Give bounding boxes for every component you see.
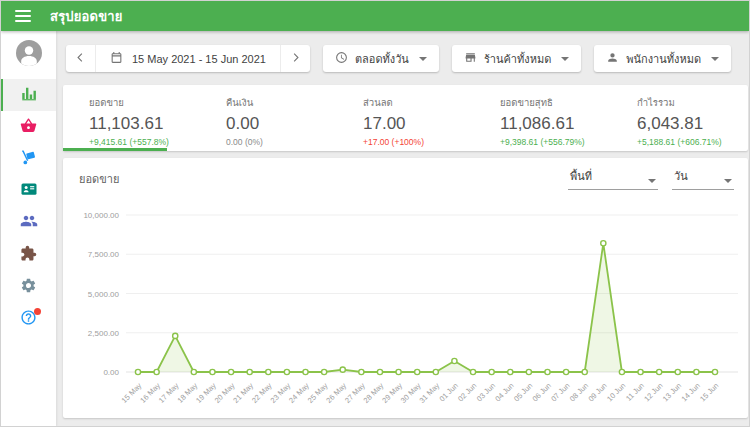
group-by-value: พื้นที่ bbox=[570, 167, 592, 185]
stat-tab-net-sales[interactable]: ยอดขายสุทธิ 11,086.61 +9,398.61 (+556.79… bbox=[474, 85, 611, 151]
sidebar-item-items[interactable] bbox=[1, 111, 56, 143]
app-window: สรุปยอดขาย bbox=[0, 0, 750, 427]
svg-text:03 Jun: 03 Jun bbox=[475, 381, 497, 403]
stat-value: 17.00 bbox=[363, 114, 474, 134]
svg-text:01 Jun: 01 Jun bbox=[438, 381, 460, 403]
stat-value: 11,103.61 bbox=[89, 114, 200, 134]
stat-delta: +17.00 (+100%) bbox=[363, 137, 474, 147]
calendar-icon bbox=[110, 51, 123, 66]
filters-toolbar: 15 May 2021 - 15 Jun 2021 ตลอดทั้งวัน bbox=[66, 45, 749, 72]
stat-label: กำไรรวม bbox=[637, 95, 748, 110]
date-range-label: 15 May 2021 - 15 Jun 2021 bbox=[132, 53, 266, 65]
stat-tab-gross-profit[interactable]: กำไรรวม 6,043.81 +5,188.61 (+606.71%) bbox=[611, 85, 748, 151]
main-content: 15 May 2021 - 15 Jun 2021 ตลอดทั้งวัน bbox=[56, 31, 749, 426]
id-card-icon bbox=[20, 180, 38, 202]
sidebar-item-reports[interactable] bbox=[1, 79, 56, 111]
svg-text:13 Jun: 13 Jun bbox=[661, 381, 683, 403]
stat-tab-refunds[interactable]: คืนเงิน 0.00 0.00 (0%) bbox=[200, 85, 337, 151]
sales-chart-svg: 0.002,500.005,000.007,500.0010,000.0015 … bbox=[63, 197, 748, 415]
stat-tab-discounts[interactable]: ส่วนลด 17.00 +17.00 (+100%) bbox=[337, 85, 474, 151]
stat-delta: +9,415.61 (+557.8%) bbox=[89, 137, 200, 147]
svg-text:09 Jun: 09 Jun bbox=[586, 381, 608, 403]
stat-tab-sales[interactable]: ยอดขาย 11,103.61 +9,415.61 (+557.8%) bbox=[63, 85, 200, 151]
svg-text:10,000.00: 10,000.00 bbox=[83, 211, 119, 220]
menu-icon[interactable] bbox=[15, 10, 31, 22]
sidebar-item-customers[interactable] bbox=[1, 207, 56, 239]
stat-delta: +9,398.61 (+556.79%) bbox=[500, 137, 611, 147]
stats-tabs: ยอดขาย 11,103.61 +9,415.61 (+557.8%) คืน… bbox=[63, 85, 748, 151]
caret-down-icon bbox=[648, 179, 656, 183]
stat-value: 11,086.61 bbox=[500, 114, 611, 134]
interval-value: วัน bbox=[674, 167, 688, 185]
sidebar-item-employees[interactable] bbox=[1, 175, 56, 207]
staff-filter-button[interactable]: พนักงานทั้งหมด bbox=[594, 45, 731, 72]
svg-text:15 Jun: 15 Jun bbox=[698, 381, 720, 403]
date-range-display[interactable]: 15 May 2021 - 15 Jun 2021 bbox=[95, 45, 281, 72]
svg-text:12 Jun: 12 Jun bbox=[642, 381, 664, 403]
chart-title: ยอดขาย bbox=[79, 167, 119, 188]
svg-text:14 Jun: 14 Jun bbox=[680, 381, 702, 403]
time-filter-label: ตลอดทั้งวัน bbox=[355, 50, 409, 68]
svg-text:31 May: 31 May bbox=[417, 381, 441, 405]
sidebar-item-inventory[interactable] bbox=[1, 143, 56, 175]
svg-text:04 Jun: 04 Jun bbox=[493, 381, 515, 403]
gear-icon bbox=[20, 277, 37, 298]
active-tab-indicator bbox=[63, 148, 167, 151]
svg-text:5,000.00: 5,000.00 bbox=[88, 290, 120, 299]
interval-select[interactable]: วัน bbox=[672, 167, 734, 190]
chevron-right-icon bbox=[289, 51, 302, 67]
next-period-button[interactable] bbox=[281, 45, 310, 72]
store-filter-label: ร้านค้าทั้งหมด bbox=[484, 50, 551, 68]
svg-text:7,500.00: 7,500.00 bbox=[88, 250, 120, 259]
sidebar-item-integrations[interactable] bbox=[1, 239, 56, 271]
stat-value: 6,043.81 bbox=[637, 114, 748, 134]
caret-down-icon bbox=[561, 57, 569, 61]
sales-chart-panel: ยอดขาย พื้นที่ วัน 0.002,500.005,000.007… bbox=[63, 158, 748, 418]
caret-down-icon bbox=[724, 179, 732, 183]
store-filter-button[interactable]: ร้านค้าทั้งหมด bbox=[452, 45, 581, 72]
notification-dot bbox=[34, 308, 41, 315]
bar-chart-icon bbox=[20, 84, 38, 106]
svg-text:05 Jun: 05 Jun bbox=[512, 381, 534, 403]
puzzle-icon bbox=[20, 245, 37, 266]
stat-label: ยอดขายสุทธิ bbox=[500, 95, 611, 110]
stat-label: ยอดขาย bbox=[89, 95, 200, 110]
sidebar-item-account[interactable] bbox=[1, 31, 56, 79]
staff-filter-label: พนักงานทั้งหมด bbox=[626, 50, 701, 68]
svg-text:07 Jun: 07 Jun bbox=[549, 381, 571, 403]
app-header: สรุปยอดขาย bbox=[1, 1, 749, 31]
clock-icon bbox=[335, 51, 348, 66]
avatar-icon bbox=[16, 40, 42, 70]
group-by-select[interactable]: พื้นที่ bbox=[568, 167, 658, 190]
stat-label: ส่วนลด bbox=[363, 95, 474, 110]
date-range-picker: 15 May 2021 - 15 Jun 2021 bbox=[66, 45, 310, 72]
chart-filters: พื้นที่ วัน bbox=[568, 167, 734, 190]
svg-text:11 Jun: 11 Jun bbox=[624, 381, 646, 403]
chart-header: ยอดขาย พื้นที่ วัน bbox=[63, 158, 748, 190]
page-title: สรุปยอดขาย bbox=[50, 6, 123, 27]
chevron-left-icon bbox=[74, 51, 87, 67]
stat-value: 0.00 bbox=[226, 114, 337, 134]
store-icon bbox=[464, 51, 477, 66]
prev-period-button[interactable] bbox=[66, 45, 95, 72]
svg-text:10 Jun: 10 Jun bbox=[605, 381, 627, 403]
svg-text:08 Jun: 08 Jun bbox=[568, 381, 590, 403]
stat-label: คืนเงิน bbox=[226, 95, 337, 110]
caret-down-icon bbox=[419, 57, 427, 61]
caret-down-icon bbox=[711, 57, 719, 61]
stat-delta: +5,188.61 (+606.71%) bbox=[637, 137, 748, 147]
sidebar-item-settings[interactable] bbox=[1, 271, 56, 303]
svg-text:02 Jun: 02 Jun bbox=[456, 381, 478, 403]
person-icon bbox=[606, 51, 619, 66]
svg-text:06 Jun: 06 Jun bbox=[531, 381, 553, 403]
hand-truck-icon bbox=[20, 149, 37, 170]
svg-text:2,500.00: 2,500.00 bbox=[88, 329, 120, 338]
basket-icon bbox=[20, 117, 37, 138]
svg-text:0.00: 0.00 bbox=[103, 368, 119, 377]
sidebar-item-help[interactable] bbox=[1, 303, 56, 335]
people-icon bbox=[20, 212, 38, 234]
stat-delta: 0.00 (0%) bbox=[226, 137, 337, 147]
sidebar bbox=[1, 31, 56, 426]
time-filter-button[interactable]: ตลอดทั้งวัน bbox=[323, 45, 439, 72]
